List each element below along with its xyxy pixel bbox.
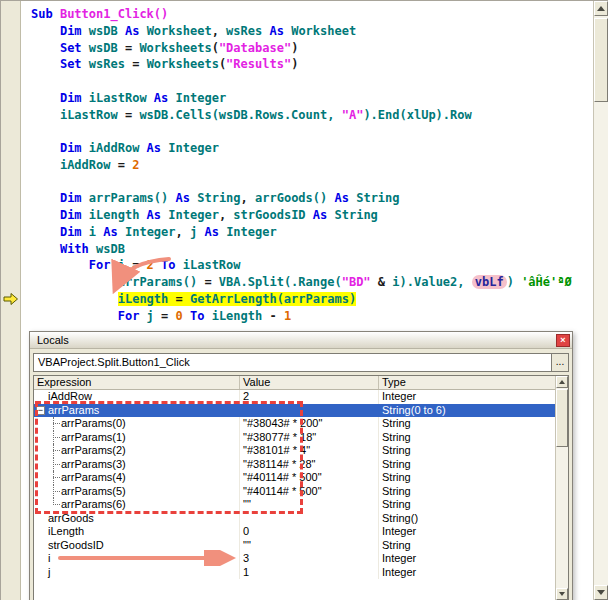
value-cell: "#40114# * 500" (240, 485, 379, 499)
locals-row-arrParams(6)[interactable]: arrParams(6)""String (34, 498, 555, 512)
code-line-11[interactable] (31, 174, 593, 191)
locals-row-iAddRow[interactable]: iAddRow2Integer (34, 390, 555, 404)
value-cell (240, 512, 379, 526)
column-header-value[interactable]: Value (240, 376, 379, 389)
code-line-10[interactable]: iAddRow = 2 (31, 157, 593, 174)
expression-label: arrParams(3) (61, 458, 126, 471)
locals-row-strGoodsID[interactable]: strGoodsID""String (34, 539, 555, 553)
locals-row-iLength[interactable]: iLength0Integer (34, 525, 555, 539)
expression-label: i (48, 552, 50, 565)
type-cell: Integer (379, 552, 555, 566)
expression-label: arrParams (48, 404, 99, 417)
code-line-14[interactable]: Dim i As Integer, j As Integer (31, 224, 593, 241)
grid-rows: iAddRow2Integer−arrParamsString(0 to 6)a… (34, 390, 555, 579)
indicator-margin[interactable] (1, 1, 21, 600)
type-cell: String (379, 417, 555, 431)
value-cell: "#38101# * 4" (240, 444, 379, 458)
scroll-up-icon (559, 380, 565, 384)
value-cell: 3 (240, 552, 379, 566)
code-line-15[interactable]: With wsDB (31, 241, 593, 258)
tree-connector (48, 458, 60, 472)
locals-grid: Expression Value Type iAddRow2Integer−ar… (33, 375, 569, 600)
locals-scroll-down-button[interactable] (556, 588, 568, 600)
expression-label: arrParams(6) (61, 498, 126, 511)
locals-scrollbar-thumb[interactable] (556, 389, 568, 447)
tree-connector (48, 471, 60, 485)
expression-label: arrGoods (48, 512, 94, 525)
column-header-type[interactable]: Type (379, 376, 555, 389)
locals-row-arrGoods[interactable]: arrGoodsString() (34, 512, 555, 526)
value-cell: 1 (240, 566, 379, 580)
grid-header: Expression Value Type (34, 376, 555, 390)
value-cell: "" (240, 498, 379, 512)
locals-window: Locals × VBAProject.Split.Button1_Click … (29, 331, 573, 600)
scroll-down-icon (559, 592, 565, 596)
close-button[interactable]: × (556, 334, 570, 347)
locals-vertical-scrollbar[interactable] (555, 376, 568, 600)
expression-label: arrParams(4) (61, 471, 126, 484)
value-cell: "" (240, 539, 379, 553)
expression-label: iLength (48, 525, 84, 538)
scrollbar-thumb[interactable] (594, 18, 608, 102)
code-line-19[interactable]: For j = 0 To iLength - 1 (31, 308, 593, 325)
procedure-context-box[interactable]: VBAProject.Split.Button1_Click (33, 353, 551, 372)
locals-row-j[interactable]: j1Integer (34, 566, 555, 580)
collapse-toggle-icon[interactable]: − (36, 406, 45, 415)
expression-label: iAddRow (48, 390, 92, 403)
scroll-up-button[interactable] (594, 1, 608, 16)
locals-row-arrParams(2)[interactable]: arrParams(2)"#38101# * 4"String (34, 444, 555, 458)
code-line-7[interactable]: iLastRow = wsDB.Cells(wsDB.Rows.Count, "… (31, 107, 593, 124)
expression-label: arrParams(0) (61, 417, 126, 430)
code-line-8[interactable] (31, 123, 593, 140)
value-cell: 2 (240, 390, 379, 404)
locals-row-arrParams(0)[interactable]: arrParams(0)"#38043# * 200"String (34, 417, 555, 431)
type-cell: String (379, 431, 555, 445)
type-cell: String() (379, 512, 555, 526)
code-line-4[interactable]: Set wsRes = Worksheets("Results") (31, 56, 593, 73)
execution-pointer-icon[interactable] (3, 292, 19, 306)
scroll-up-icon (597, 6, 605, 11)
scroll-down-button[interactable] (594, 585, 608, 600)
locals-row-arrParams(4)[interactable]: arrParams(4)"#40114# * 500"String (34, 471, 555, 485)
vba-ide-view: Sub Button1_Click() Dim wsDB As Workshee… (0, 0, 608, 600)
code-line-1[interactable]: Sub Button1_Click() (31, 6, 593, 23)
type-cell: Integer (379, 566, 555, 580)
locals-row-arrParams(1)[interactable]: arrParams(1)"#38077# * 18"String (34, 431, 555, 445)
type-cell: String (379, 539, 555, 553)
code-line-2[interactable]: Dim wsDB As Worksheet, wsRes As Workshee… (31, 23, 593, 40)
value-cell: "#38077# * 18" (240, 431, 379, 445)
context-row: VBAProject.Split.Button1_Click ... (33, 353, 569, 372)
type-cell: String (379, 458, 555, 472)
locals-row-arrParams(3)[interactable]: arrParams(3)"#38114# * 28"String (34, 458, 555, 472)
current-statement-line[interactable]: iLength = GetArrLength(arrParams) (31, 291, 593, 308)
code-line-5[interactable] (31, 73, 593, 90)
type-cell: String(0 to 6) (379, 404, 555, 418)
browse-button[interactable]: ... (551, 353, 569, 372)
locals-row-arrParams[interactable]: −arrParamsString(0 to 6) (34, 404, 555, 418)
code-line-17[interactable]: arrParams() = VBA.Split(.Range("BD" & i)… (31, 274, 593, 291)
tree-connector (48, 431, 60, 445)
value-cell: 0 (240, 525, 379, 539)
type-cell: String (379, 498, 555, 512)
value-cell (240, 404, 379, 418)
type-cell: String (379, 444, 555, 458)
editor-vertical-scrollbar[interactable] (593, 1, 608, 600)
locals-row-i[interactable]: i3Integer (34, 552, 555, 566)
close-icon: × (560, 336, 565, 345)
type-cell: String (379, 485, 555, 499)
code-line-3[interactable]: Set wsDB = Worksheets("Database") (31, 40, 593, 57)
code-line-6[interactable]: Dim iLastRow As Integer (31, 90, 593, 107)
vblf-highlight-annotation: vbLf (472, 275, 507, 289)
type-cell: Integer (379, 390, 555, 404)
tree-connector (48, 485, 60, 499)
locals-scroll-up-button[interactable] (556, 376, 568, 388)
locals-titlebar[interactable]: Locals × (30, 332, 572, 349)
code-line-9[interactable]: Dim iAddRow As Integer (31, 140, 593, 157)
locals-row-arrParams(5)[interactable]: arrParams(5)"#40114# * 500"String (34, 485, 555, 499)
code-line-12[interactable]: Dim arrParams() As String, arrGoods() As… (31, 190, 593, 207)
code-line-16[interactable]: For i = 2 To iLastRow (31, 257, 593, 274)
column-header-expression[interactable]: Expression (34, 376, 240, 389)
tree-connector (48, 498, 60, 512)
locals-title: Locals (37, 334, 556, 346)
code-line-13[interactable]: Dim iLength As Integer, strGoodsID As St… (31, 207, 593, 224)
